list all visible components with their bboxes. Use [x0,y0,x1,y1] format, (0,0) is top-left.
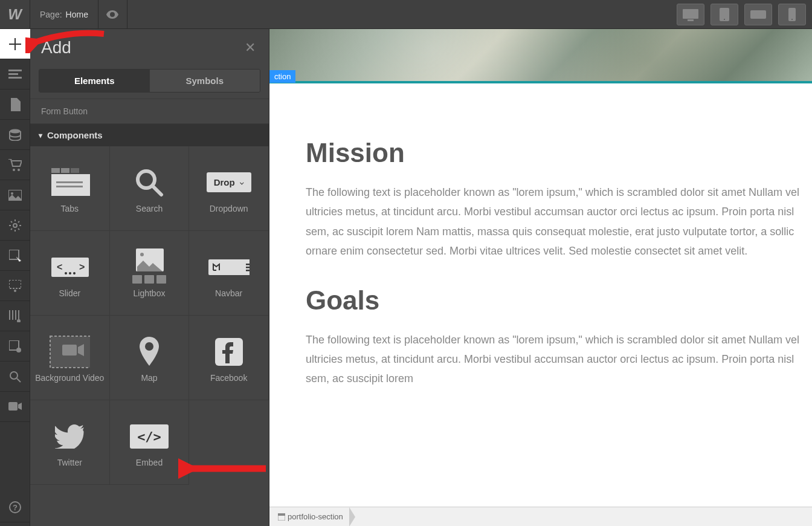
component-twitter[interactable]: Twitter [30,400,110,485]
close-panel-button[interactable]: ✕ [242,37,258,58]
svg-text:</>: </> [137,429,161,444]
svg-point-18 [16,348,21,352]
svg-point-19 [10,372,18,379]
video-button[interactable] [0,392,30,422]
tool-button-1[interactable] [0,241,30,271]
svg-rect-27 [56,181,83,183]
svg-text:<: < [57,262,62,272]
dropdown-btn-text: Drop [214,177,235,187]
section-icon [278,513,285,521]
svg-rect-14 [9,280,21,288]
map-icon [129,336,170,368]
components-section-label: Components [47,130,103,140]
svg-rect-28 [56,186,83,187]
help-button[interactable]: ? [0,492,30,522]
svg-rect-44 [246,270,250,271]
heading-mission[interactable]: Mission [306,138,812,168]
component-search[interactable]: Search [110,146,190,231]
mobile-device-button[interactable] [778,4,806,25]
svg-point-37 [140,253,144,256]
pages-button[interactable] [0,89,30,120]
svg-rect-24 [61,168,69,173]
paragraph-mission[interactable]: The following text is placeholder known … [306,183,812,261]
cms-button[interactable] [0,120,30,150]
svg-point-9 [18,169,20,171]
component-label: Search [136,204,163,213]
hero-image [269,29,812,83]
component-label: Lightbox [134,288,166,298]
svg-text:?: ? [13,503,18,512]
ecommerce-button[interactable] [0,150,30,180]
svg-rect-1 [688,19,694,21]
svg-rect-25 [71,168,79,173]
tool-button-4[interactable] [0,331,30,362]
bgvideo-icon [49,336,90,368]
svg-point-7 [10,129,21,133]
section-badge[interactable]: ction [269,70,295,83]
paragraph-goals[interactable]: The following text is placeholder known … [306,330,812,389]
slider-icon: <> [49,251,90,284]
component-map[interactable]: Map [110,316,190,400]
svg-rect-4 [750,10,766,19]
component-label: Navbar [215,288,242,298]
svg-point-12 [13,224,17,227]
svg-rect-41 [208,259,250,275]
topbar: W Page: Home [0,0,812,29]
breadcrumb-label: portfolio-section [288,512,343,521]
component-dropdown[interactable]: Drop ⌵ Dropdown [189,146,269,231]
component-embed[interactable]: </> Embed [110,400,190,485]
component-label: Facebook [210,373,247,383]
svg-rect-23 [51,168,60,173]
settings-button[interactable] [0,210,30,241]
breadcrumb-item[interactable]: portfolio-section [274,512,350,521]
svg-point-33 [65,272,67,274]
canvas[interactable]: ction Mission The following text is plac… [269,29,812,526]
svg-point-16 [17,319,21,322]
svg-rect-43 [246,267,250,268]
component-navbar[interactable]: Navbar [189,231,269,316]
breadcrumb-bar: portfolio-section [269,507,812,526]
component-slider[interactable]: <> Slider [30,231,110,316]
svg-point-3 [724,19,725,20]
svg-point-11 [11,192,13,195]
navigator-button[interactable] [0,59,30,89]
tabs-icon [49,166,90,199]
component-tabs[interactable]: Tabs [30,146,110,231]
preview-button[interactable] [98,0,127,29]
search-button[interactable] [0,362,30,392]
component-background-video[interactable]: Background Video [30,316,110,400]
svg-rect-38 [132,275,142,284]
tool-button-3[interactable] [0,301,30,331]
form-button-item[interactable]: Form Button [30,99,269,124]
page-selector[interactable]: Page: Home [30,0,98,28]
content-section: Mission The following text is placeholde… [269,83,812,389]
tablet-landscape-button[interactable] [744,4,772,25]
component-facebook[interactable]: Facebook [189,316,269,400]
svg-point-47 [145,342,153,351]
svg-rect-52 [278,513,285,516]
component-label: Dropdown [210,204,248,213]
left-rail: ? [0,29,30,526]
svg-text:>: > [79,262,85,272]
twitter-icon [49,420,90,453]
tool-button-2[interactable] [0,271,30,301]
component-label: Slider [59,288,80,298]
tab-symbols[interactable]: Symbols [150,70,260,92]
navbar-icon [208,251,250,284]
logo[interactable]: W [0,0,30,29]
component-label: Map [141,373,157,383]
component-lightbox[interactable]: Lightbox [110,231,190,316]
add-panel: Add ✕ Elements Symbols Form Button Compo… [30,29,269,526]
svg-rect-46 [62,345,77,356]
component-label: Tabs [61,204,79,213]
svg-rect-42 [246,264,250,265]
assets-button[interactable] [0,180,30,210]
tab-elements[interactable]: Elements [39,70,150,92]
desktop-device-button[interactable] [677,4,704,25]
svg-rect-26 [51,174,90,196]
page-label: Page: [40,10,62,19]
heading-goals[interactable]: Goals [306,285,812,316]
components-section-header[interactable]: Components [30,124,269,146]
tablet-device-button[interactable] [710,4,738,25]
svg-point-15 [14,290,16,292]
